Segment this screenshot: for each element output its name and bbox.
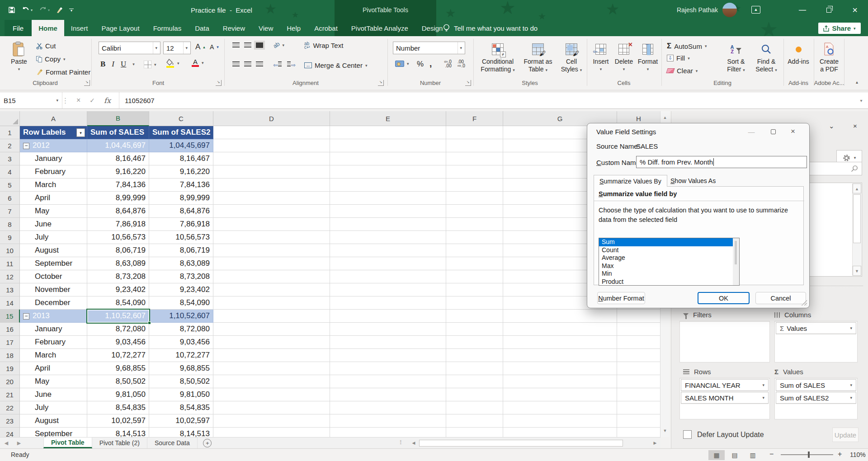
cell-E19[interactable] xyxy=(330,362,446,375)
ok-button[interactable]: OK xyxy=(698,292,750,304)
number-format-combo[interactable]: Number▾ xyxy=(393,42,465,54)
ribbon-tab-help[interactable]: Help xyxy=(280,20,307,36)
cell-F11[interactable] xyxy=(446,257,503,270)
scrollbar-grip[interactable]: ⁞⁞ xyxy=(400,439,401,446)
collapse-icon[interactable]: − xyxy=(23,313,29,320)
row-number-12[interactable]: 12 xyxy=(0,270,20,283)
cell-B22[interactable]: 8,54,835 xyxy=(87,401,149,414)
cell-E4[interactable] xyxy=(330,165,446,179)
calc-option-max[interactable]: Max xyxy=(599,262,739,270)
column-header-A[interactable]: A xyxy=(20,111,87,126)
font-color-button[interactable]: A ▾ xyxy=(192,59,204,67)
filters-area[interactable] xyxy=(679,321,770,362)
cell-D12[interactable] xyxy=(213,270,330,283)
cell-E24[interactable] xyxy=(330,428,446,437)
values-area[interactable]: Sum of SALES▾Sum of SALES2▾ xyxy=(774,378,858,419)
cell-D5[interactable] xyxy=(213,179,330,192)
cell-D15[interactable] xyxy=(213,310,330,323)
cell-A4[interactable]: February xyxy=(20,165,87,179)
dialog-close-icon[interactable]: × xyxy=(784,126,802,137)
number-format-dropdown-icon[interactable]: ▾ xyxy=(458,42,462,54)
cell-F17[interactable] xyxy=(446,336,503,349)
fields-scroll-thumb[interactable] xyxy=(853,194,861,243)
column-header-B[interactable]: B xyxy=(87,111,149,126)
cell-D19[interactable] xyxy=(213,362,330,375)
cell-C9[interactable]: 10,56,573 xyxy=(149,231,213,244)
increase-font-button[interactable]: A▴ xyxy=(195,42,205,52)
calc-option-sum[interactable]: Sum xyxy=(599,238,739,246)
autosum-button[interactable]: Σ AutoSum ▾ xyxy=(667,42,707,51)
clipboard-dialog-launcher-icon[interactable]: ↘ xyxy=(84,80,90,86)
ribbon-tab-page-layout[interactable]: Page Layout xyxy=(94,20,146,36)
cell-C17[interactable]: 9,03,456 xyxy=(149,336,213,349)
sheet-tab-pivot-table-2-[interactable]: Pivot Table (2) xyxy=(92,437,147,448)
cell-B11[interactable]: 8,63,089 xyxy=(87,257,149,270)
row-labels-filter-icon[interactable]: ▾ xyxy=(76,128,85,137)
cell-C2[interactable]: 1,04,45,697 xyxy=(149,139,213,152)
undo-dropdown-icon[interactable]: ▾ xyxy=(31,8,33,12)
cell-H16[interactable] xyxy=(617,323,660,336)
cell-C10[interactable]: 8,06,719 xyxy=(149,244,213,257)
cell-B10[interactable]: 8,06,719 xyxy=(87,244,149,257)
sheet-nav-next-icon[interactable]: ▶ xyxy=(13,437,25,448)
cell-D2[interactable] xyxy=(213,139,330,152)
pill-dropdown-icon[interactable]: ▾ xyxy=(850,395,852,400)
cell-F10[interactable] xyxy=(446,244,503,257)
zoom-in-button[interactable]: + xyxy=(838,450,842,458)
field-pill-sales-month[interactable]: SALES MONTH▾ xyxy=(681,392,769,404)
cell-F16[interactable] xyxy=(446,323,503,336)
save-icon[interactable] xyxy=(8,6,15,14)
cell-C22[interactable]: 8,54,835 xyxy=(149,401,213,414)
formula-bar-grip[interactable]: ⋮ xyxy=(62,92,68,108)
cell-C16[interactable]: 8,72,080 xyxy=(149,323,213,336)
page-layout-view-button[interactable]: ▤ xyxy=(726,450,743,460)
cell-B19[interactable]: 9,68,855 xyxy=(87,362,149,375)
dialog-maximize-icon[interactable] xyxy=(764,126,782,137)
listbox-scrollbar[interactable] xyxy=(733,238,739,285)
pill-dropdown-icon[interactable]: ▾ xyxy=(762,395,764,400)
cell-C7[interactable]: 8,64,876 xyxy=(149,205,213,218)
cell-C19[interactable]: 9,68,855 xyxy=(149,362,213,375)
pane-options-chevron-icon[interactable]: ⌄ xyxy=(829,122,835,130)
cell-B20[interactable]: 8,50,502 xyxy=(87,375,149,388)
cell-D3[interactable] xyxy=(213,152,330,165)
cell-C20[interactable]: 8,50,502 xyxy=(149,375,213,388)
ribbon-tab-view[interactable]: View xyxy=(252,20,280,36)
cell-E5[interactable] xyxy=(330,179,446,192)
fields-list-scrollbar[interactable]: ▲ ▼ xyxy=(852,183,861,276)
cell-D13[interactable] xyxy=(213,283,330,296)
field-pill-sum-of-sales2[interactable]: Sum of SALES2▾ xyxy=(776,392,856,404)
cell-C23[interactable]: 10,02,597 xyxy=(149,414,213,428)
cell-A23[interactable]: August xyxy=(20,414,87,428)
create-pdf-button[interactable]: A Create a PDF xyxy=(816,40,843,79)
columns-area[interactable]: ΣValues▾ xyxy=(774,321,858,362)
cell-B16[interactable]: 8,72,080 xyxy=(87,323,149,336)
quick-format-painter-icon[interactable] xyxy=(56,7,63,14)
cell-E9[interactable] xyxy=(330,231,446,244)
cancel-button[interactable]: Cancel xyxy=(755,292,806,304)
zoom-level[interactable]: 110% xyxy=(850,451,866,458)
row-number-17[interactable]: 17 xyxy=(0,336,20,349)
align-top-icon[interactable] xyxy=(232,42,240,48)
cell-G21[interactable] xyxy=(503,388,617,401)
borders-button[interactable]: ▾ xyxy=(144,61,156,68)
format-cells-button[interactable]: ↔ Format ▾ xyxy=(637,40,659,79)
row-number-19[interactable]: 19 xyxy=(0,362,20,375)
cell-G19[interactable] xyxy=(503,362,617,375)
cut-button[interactable]: Cut xyxy=(36,42,56,50)
underline-button[interactable]: U xyxy=(121,60,126,69)
cell-C18[interactable]: 10,72,277 xyxy=(149,349,213,362)
hscroll-right-icon[interactable]: ▶ xyxy=(651,439,659,447)
update-button[interactable]: Update xyxy=(832,428,859,442)
cell-C13[interactable]: 9,23,402 xyxy=(149,283,213,296)
row-number-22[interactable]: 22 xyxy=(0,401,20,414)
cell-C1[interactable]: Sum of SALES2 xyxy=(149,126,213,139)
cell-C24[interactable]: 8,14,513 xyxy=(149,428,213,437)
collapse-ribbon-icon[interactable]: ▴ xyxy=(856,80,858,85)
customize-quick-access-icon[interactable]: ▾ xyxy=(69,9,74,12)
sheet-nav-prev-icon[interactable]: ◀ xyxy=(0,437,13,448)
find-select-button[interactable]: Find & Select ▾ xyxy=(752,40,780,79)
cell-A3[interactable]: January xyxy=(20,152,87,165)
cell-D1[interactable] xyxy=(213,126,330,139)
cell-G24[interactable] xyxy=(503,428,617,437)
